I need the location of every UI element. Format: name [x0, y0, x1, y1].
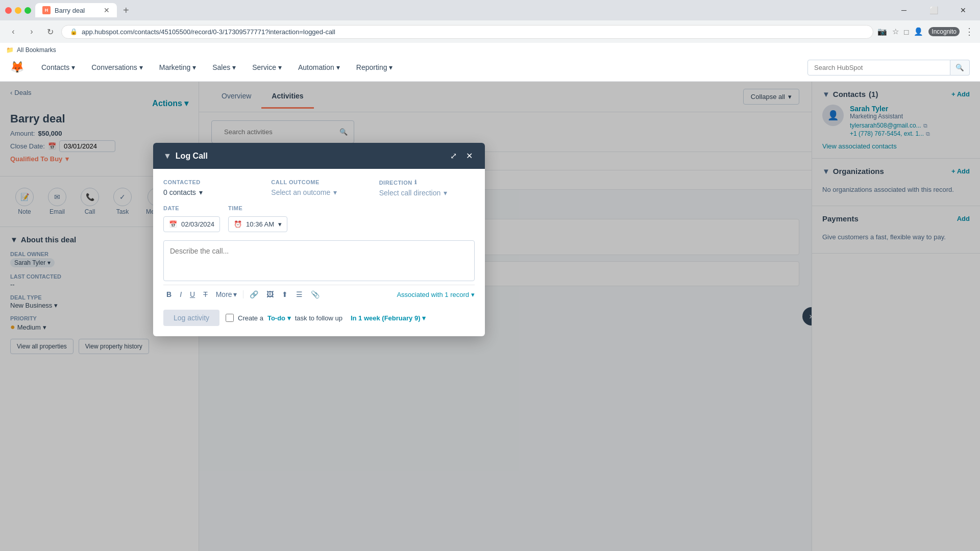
more-formatting-button[interactable]: More	[213, 288, 240, 300]
direction-info-icon: ℹ	[414, 179, 417, 186]
new-tab-button[interactable]: +	[123, 5, 129, 16]
close-window-button[interactable]: ✕	[951, 2, 975, 18]
service-dropdown-icon	[278, 63, 282, 71]
conversations-dropdown-icon	[139, 63, 143, 71]
modal-header: ▼ Log Call ⤢ ✕	[153, 143, 485, 169]
call-description-textarea[interactable]	[163, 240, 475, 281]
more-format-dropdown-icon	[233, 290, 237, 298]
todo-type-button[interactable]: To-do	[267, 314, 291, 322]
modal-direction-field: Direction ℹ Select call direction	[379, 179, 475, 197]
nav-items: Contacts Conversations Marketing Sales S…	[34, 59, 400, 76]
associated-records-button[interactable]: Associated with 1 record	[397, 291, 475, 298]
back-button[interactable]: ‹	[6, 24, 20, 39]
menu-icon[interactable]: ⋮	[965, 26, 974, 37]
log-call-modal: ▼ Log Call ⤢ ✕ Contacted 0 contacts Call…	[153, 143, 485, 336]
modal-contacted-field: Contacted 0 contacts	[163, 179, 259, 197]
modal-toolbar: B I U T More 🔗 🖼 ⬆ ☰ 📎 Associated with 1…	[163, 285, 475, 304]
modal-time-field: Time ⏰ 10:36 AM	[228, 205, 287, 232]
modal-expand-button[interactable]: ⤢	[448, 150, 459, 162]
hubspot-logo: 🦊	[10, 61, 24, 74]
browser-tab[interactable]: H Barry deal ✕	[35, 3, 117, 17]
todo-date-button[interactable]: In 1 week (February 9)	[351, 314, 426, 322]
nav-item-service[interactable]: Service	[245, 59, 289, 76]
task-follow-up-label: task to follow up	[295, 314, 342, 322]
modal-call-outcome-field: Call outcome Select an outcome	[271, 179, 366, 197]
reporting-dropdown-icon	[389, 63, 393, 71]
outcome-dropdown-icon	[333, 188, 337, 196]
main-nav: 🦊 Contacts Conversations Marketing Sales…	[0, 54, 980, 82]
todo-checkbox[interactable]	[226, 314, 234, 322]
italic-button[interactable]: I	[177, 288, 185, 300]
time-dropdown-icon	[278, 220, 282, 228]
modal-date-row: Date 📅 02/03/2024 Time ⏰ 10:36 AM	[163, 205, 475, 232]
modal-overlay: ▼ Log Call ⤢ ✕ Contacted 0 contacts Call…	[0, 82, 980, 551]
hubspot-favicon: H	[42, 6, 51, 14]
direction-dropdown-icon	[444, 189, 447, 197]
tab-title: Barry deal	[55, 7, 85, 14]
address-bar[interactable]: 🔒 app.hubspot.com/contacts/45105500/reco…	[61, 25, 873, 39]
todo-date-dropdown-icon	[422, 314, 426, 322]
global-search-button[interactable]: 🔍	[950, 60, 970, 76]
modal-collapse-icon[interactable]: ▼	[163, 152, 172, 161]
toolbar-separator-1	[243, 290, 243, 298]
contacted-value[interactable]: 0 contacts	[163, 188, 259, 196]
direction-select[interactable]: Select call direction	[379, 189, 475, 197]
nav-search: 🔍	[807, 60, 970, 76]
automation-dropdown-icon	[336, 63, 340, 71]
modal-fields-row: Contacted 0 contacts Call outcome Select…	[163, 179, 475, 197]
contacts-dropdown-icon	[199, 188, 203, 196]
maximize-button[interactable]: ⬜	[922, 2, 945, 18]
attachment-button[interactable]: 📎	[308, 288, 323, 300]
bold-button[interactable]: B	[163, 288, 175, 300]
todo-type-dropdown-icon	[287, 314, 291, 322]
close-tab-icon[interactable]: ✕	[104, 6, 110, 14]
incognito-label: Incognito	[928, 27, 960, 36]
camera-icon: 📷	[877, 27, 887, 36]
profile-icon[interactable]: 👤	[914, 27, 923, 36]
clock-icon: ⏰	[234, 220, 242, 228]
modal-date-field: Date 📅 02/03/2024	[163, 205, 220, 232]
link-button[interactable]: 🔗	[247, 288, 261, 300]
image-button[interactable]: 🖼	[263, 288, 277, 300]
date-input[interactable]: 📅 02/03/2024	[163, 216, 220, 232]
bookmarks-folder-icon: 📁	[6, 46, 14, 54]
marketing-dropdown-icon	[192, 63, 196, 71]
nav-item-contacts[interactable]: Contacts	[34, 59, 82, 76]
sales-dropdown-icon	[232, 63, 236, 71]
calendar-icon: 📅	[169, 220, 177, 228]
star-icon[interactable]: ☆	[892, 27, 899, 36]
url-text: app.hubspot.com/contacts/45105500/record…	[82, 28, 335, 36]
create-label: Create a	[238, 314, 263, 322]
strikethrough-button[interactable]: T	[200, 288, 211, 300]
bookmarks-label[interactable]: All Bookmarks	[17, 46, 56, 54]
assoc-dropdown-icon	[471, 291, 475, 298]
call-outcome-select[interactable]: Select an outcome	[271, 188, 366, 196]
global-search-input[interactable]	[807, 60, 950, 76]
list-button[interactable]: ☰	[293, 288, 306, 300]
nav-item-reporting[interactable]: Reporting	[349, 59, 400, 76]
extension-icon[interactable]: □	[904, 28, 909, 36]
todo-row: Create a To-do task to follow up In 1 we…	[226, 314, 426, 322]
modal-title: ▼ Log Call	[163, 152, 208, 161]
nav-item-marketing[interactable]: Marketing	[152, 59, 203, 76]
modal-close-button[interactable]: ✕	[464, 150, 475, 162]
upload-button[interactable]: ⬆	[279, 288, 291, 300]
log-activity-button[interactable]: Log activity	[163, 310, 219, 326]
reload-button[interactable]: ↻	[43, 24, 57, 39]
modal-body: Contacted 0 contacts Call outcome Select…	[153, 169, 485, 336]
time-input[interactable]: ⏰ 10:36 AM	[228, 216, 287, 232]
underline-button[interactable]: U	[187, 288, 198, 300]
nav-item-automation[interactable]: Automation	[291, 59, 347, 76]
nav-item-conversations[interactable]: Conversations	[84, 59, 150, 76]
minimize-button[interactable]: ─	[892, 2, 916, 18]
modal-controls: ⤢ ✕	[448, 150, 475, 162]
contacts-dropdown-icon	[71, 63, 75, 71]
modal-footer: Log activity Create a To-do task to foll…	[163, 310, 475, 326]
nav-item-sales[interactable]: Sales	[205, 59, 243, 76]
forward-button[interactable]: ›	[24, 24, 39, 39]
